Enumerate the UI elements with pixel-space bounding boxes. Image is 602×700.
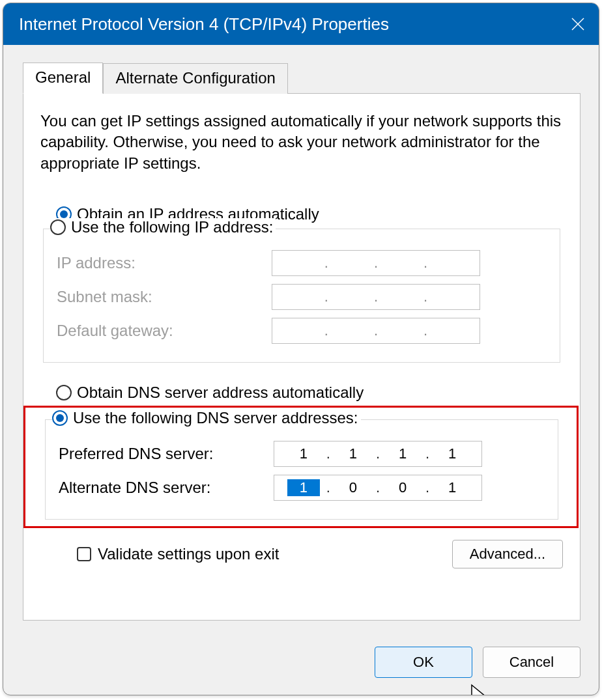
dialog-content: General Alternate Configuration You can … [3, 45, 599, 634]
cancel-button[interactable]: Cancel [483, 647, 580, 678]
titlebar: Internet Protocol Version 4 (TCP/IPv4) P… [3, 3, 599, 45]
group-use-dns: Use the following DNS server addresses: … [45, 419, 558, 520]
label-preferred-dns: Preferred DNS server: [59, 445, 274, 463]
group-use-ip: Use the following IP address: IP address… [43, 229, 560, 363]
tab-alternate-configuration[interactable]: Alternate Configuration [103, 63, 287, 94]
tabpanel-general: You can get IP settings assigned automat… [23, 93, 580, 621]
radio-label: Obtain DNS server address automatically [77, 384, 364, 402]
label-subnet-mask: Subnet mask: [57, 288, 272, 306]
dialog-window: Internet Protocol Version 4 (TCP/IPv4) P… [3, 3, 599, 695]
input-ip-address: . . . [272, 250, 480, 276]
input-preferred-dns[interactable]: 1. 1. 1. 1 [274, 441, 482, 467]
ok-button[interactable]: OK [375, 647, 472, 678]
close-icon [571, 17, 585, 31]
tab-general[interactable]: General [23, 63, 103, 94]
description-text: You can get IP settings assigned automat… [40, 111, 563, 174]
tabstrip: General Alternate Configuration [23, 62, 580, 93]
radio-icon [50, 219, 66, 235]
checkbox-icon [77, 547, 91, 561]
annotation-highlight: Use the following DNS server addresses: … [23, 406, 579, 528]
input-default-gateway: . . . [272, 318, 480, 344]
radio-use-following-dns[interactable]: Use the following DNS server addresses: [52, 409, 361, 427]
radio-obtain-dns-auto[interactable]: Obtain DNS server address automatically [56, 384, 563, 402]
dialog-footer: OK Cancel [3, 634, 599, 695]
label-default-gateway: Default gateway: [57, 322, 272, 340]
radio-label: Use the following DNS server addresses: [73, 409, 358, 427]
radio-use-following-ip[interactable]: Use the following IP address: [50, 218, 276, 236]
input-subnet-mask: . . . [272, 284, 480, 310]
radio-icon [52, 410, 68, 426]
radio-label: Use the following IP address: [71, 218, 273, 236]
label-alternate-dns: Alternate DNS server: [59, 479, 274, 497]
window-title: Internet Protocol Version 4 (TCP/IPv4) P… [19, 14, 557, 35]
close-button[interactable] [557, 3, 599, 45]
label-ip-address: IP address: [57, 254, 272, 272]
input-alternate-dns[interactable]: 1. 0. 0. 1 [274, 475, 482, 501]
radio-icon [56, 385, 72, 400]
advanced-button[interactable]: Advanced... [452, 540, 563, 568]
checkbox-label: Validate settings upon exit [98, 545, 279, 563]
